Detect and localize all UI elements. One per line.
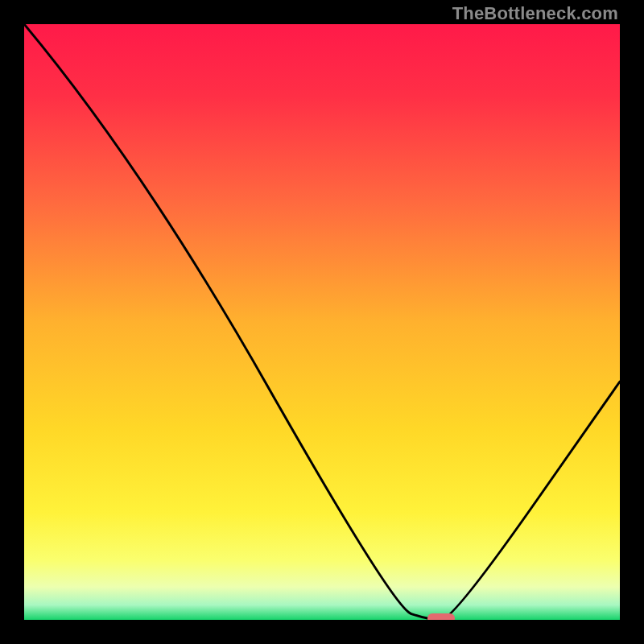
chart-frame: TheBottleneck.com: [0, 0, 644, 644]
plot-area: [24, 24, 620, 620]
watermark: TheBottleneck.com: [452, 3, 618, 24]
optimal-marker: [427, 613, 455, 620]
bottleneck-curve: [24, 24, 620, 620]
